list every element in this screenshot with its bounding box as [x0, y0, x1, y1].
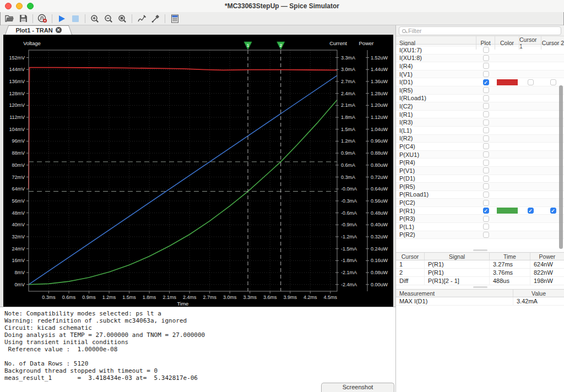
plot-checkbox[interactable] — [483, 160, 489, 166]
measurement-row[interactable]: MAX I(D1)3.42mA — [396, 297, 564, 306]
tune-button[interactable] — [149, 13, 161, 24]
color-swatch[interactable] — [497, 208, 518, 214]
voltage-tick-label: 80mV — [12, 162, 25, 168]
plot-checkbox[interactable] — [483, 87, 489, 93]
screenshot-button[interactable]: Screenshot — [321, 383, 394, 392]
plot-checkbox[interactable] — [483, 200, 489, 206]
signal-row[interactable]: I(C2) — [396, 102, 564, 111]
sim-command-button[interactable] — [36, 13, 48, 24]
signal-row[interactable]: P(R3) — [396, 215, 564, 223]
stop-simulation-button[interactable] — [69, 13, 82, 24]
cursor-row[interactable]: DiffP(R1)[2 - 1]488us198nW — [396, 277, 564, 285]
signal-row[interactable]: I(XU1:8) — [396, 55, 564, 63]
probe-button[interactable] — [135, 13, 148, 24]
plot-checkbox[interactable] — [483, 143, 489, 149]
signal-row[interactable]: P(R4) — [396, 159, 564, 167]
zoom-out-button[interactable] — [102, 13, 115, 24]
signal-row[interactable]: I(V1) — [396, 70, 564, 79]
cursor-row[interactable]: 1P(R1)3.27ms624nW — [396, 260, 564, 269]
plot-checkbox[interactable] — [483, 216, 489, 222]
voltage-tick-label: 56mV — [12, 198, 25, 204]
plot-checkbox[interactable] — [483, 47, 489, 53]
plot-checkbox[interactable] — [483, 127, 489, 133]
time-tick-label: 3.6ms — [263, 295, 277, 300]
plot-checkbox[interactable] — [483, 151, 489, 157]
plot-checkbox[interactable] — [483, 79, 489, 85]
plot-checkbox[interactable] — [483, 183, 489, 189]
current-tick-label: -0.0mA — [341, 186, 357, 192]
signal-row[interactable]: I(R1) — [396, 111, 564, 119]
zoom-in-button[interactable] — [89, 13, 101, 24]
plot-checkbox[interactable] — [483, 103, 489, 109]
plot-checkbox[interactable] — [483, 224, 489, 230]
signal-name: I(D1) — [396, 78, 476, 86]
cursor1-checkbox[interactable] — [528, 79, 534, 85]
zoom-window-button[interactable] — [27, 3, 34, 9]
filter-input[interactable] — [408, 28, 558, 34]
current-tick-label: 2.1mA — [341, 102, 355, 108]
console-log[interactable]: Note: Compatibility modes selected: ps l… — [0, 307, 395, 392]
close-tab-icon[interactable] — [56, 27, 62, 33]
open-workbook-button[interactable] — [3, 13, 15, 24]
cursor-splitter[interactable] — [396, 248, 564, 252]
signals-scrollbar-thumb[interactable] — [559, 85, 563, 249]
cursor2-checkbox[interactable] — [550, 208, 556, 214]
voltage-tick-label: 88mV — [12, 150, 25, 156]
signal-row[interactable]: P(R2) — [396, 231, 564, 239]
measurement-splitter[interactable] — [396, 285, 564, 289]
cursor-row[interactable]: 2P(R1)3.76ms822nW — [396, 269, 564, 277]
signal-row[interactable]: P(XU1) — [396, 151, 564, 159]
current-tick-label: -0.3mA — [341, 198, 357, 204]
signal-row[interactable]: I(R4) — [396, 62, 564, 70]
signal-row[interactable]: I(RLoad1) — [396, 95, 564, 103]
current-tick-label: 3.0mA — [341, 67, 355, 72]
signal-name: I(RLoad1) — [396, 95, 476, 102]
signal-name: I(L1) — [396, 127, 476, 134]
tune-icon — [151, 14, 160, 23]
console-line: Note: Compatibility modes selected: ps l… — [4, 310, 395, 317]
signal-row[interactable]: I(L1) — [396, 127, 564, 135]
plot-checkbox[interactable] — [483, 95, 489, 101]
plot-checkbox[interactable] — [483, 176, 489, 182]
signal-row[interactable]: P(R5) — [396, 183, 564, 191]
signal-row[interactable]: I(R5) — [396, 86, 564, 95]
plot-checkbox[interactable] — [483, 135, 489, 141]
cursor1-checkbox[interactable] — [528, 208, 534, 214]
plot-checkbox[interactable] — [483, 192, 489, 198]
plot-checkbox[interactable] — [483, 111, 489, 117]
signal-name: P(R2) — [396, 231, 476, 239]
plot-checkbox[interactable] — [483, 232, 489, 238]
signal-row[interactable]: I(R2) — [396, 135, 564, 143]
plot-checkbox[interactable] — [483, 63, 489, 69]
save-workbook-button[interactable] — [17, 13, 29, 24]
current-tick-label: -1.5mA — [341, 246, 357, 252]
show-netlist-button[interactable] — [169, 13, 181, 24]
color-swatch[interactable] — [497, 79, 518, 85]
signal-name: I(XU1:7) — [396, 46, 476, 54]
signal-row[interactable]: P(D1) — [396, 175, 564, 183]
minimize-window-button[interactable] — [16, 3, 23, 9]
signal-row[interactable]: I(R3) — [396, 118, 564, 127]
signal-row[interactable]: P(C4) — [396, 143, 564, 151]
plot-checkbox[interactable] — [483, 55, 489, 61]
tran-plot-canvas[interactable]: 12152mV3.3mA1.52uW144mV3.0mA1.44uW136mV2… — [3, 35, 393, 307]
measurement-table-body: MAX I(D1)3.42mA — [396, 297, 564, 306]
sim-command-icon — [37, 14, 47, 23]
plot-checkbox[interactable] — [483, 71, 489, 77]
signal-row[interactable]: P(RLoad1) — [396, 191, 564, 199]
plot-checkbox[interactable] — [483, 119, 489, 126]
signal-row[interactable]: P(V1) — [396, 167, 564, 175]
signal-row[interactable]: I(D1) — [396, 78, 564, 86]
console-line: Doing analysis at TEMP = 27.000000 and T… — [4, 331, 395, 339]
close-window-button[interactable] — [5, 3, 12, 9]
tab-plot1-tran[interactable]: Plot1 - TRAN — [6, 25, 72, 35]
zoom-fit-button[interactable] — [116, 13, 128, 24]
signal-row[interactable]: I(XU1:7) — [396, 46, 564, 55]
signal-row[interactable]: P(C2) — [396, 199, 564, 207]
run-simulation-button[interactable] — [56, 13, 68, 24]
plot-checkbox[interactable] — [483, 167, 489, 173]
signal-row[interactable]: P(L1) — [396, 223, 564, 231]
cursor2-checkbox[interactable] — [550, 79, 556, 85]
signal-row[interactable]: P(R1) — [396, 207, 564, 215]
plot-checkbox[interactable] — [483, 208, 489, 214]
